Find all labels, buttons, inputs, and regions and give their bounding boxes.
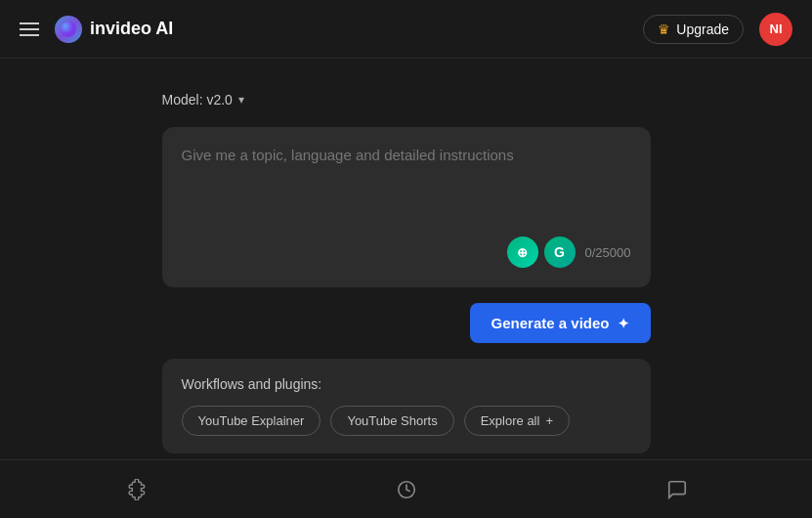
- model-label: Model: v2.0: [162, 92, 233, 108]
- center-panel: Model: v2.0 ▾ ⊕ G 0/25000 Generate a vid…: [162, 88, 651, 453]
- clock-icon: [396, 479, 417, 500]
- generate-label: Generate a video: [491, 315, 610, 331]
- explore-all-pill[interactable]: Explore all +: [464, 406, 570, 436]
- footer-bar: [0, 459, 812, 518]
- char-count: 0/25000: [585, 245, 631, 260]
- plugins-button[interactable]: [116, 470, 155, 509]
- logo-area: invideo AI: [55, 16, 173, 43]
- history-button[interactable]: [387, 470, 426, 509]
- sparkle-icon: ✦: [618, 316, 629, 331]
- upgrade-button[interactable]: ♛ Upgrade: [643, 15, 744, 44]
- header-right: ♛ Upgrade NI: [643, 13, 792, 46]
- prompt-input[interactable]: [182, 147, 631, 225]
- generate-btn-row: Generate a video ✦: [162, 303, 651, 343]
- grammarly-plus-icon: ⊕: [507, 237, 538, 268]
- main-content: Model: v2.0 ▾ ⊕ G 0/25000 Generate a vid…: [0, 59, 812, 459]
- prompt-footer: ⊕ G 0/25000: [182, 237, 631, 268]
- app-title: invideo AI: [90, 19, 173, 39]
- svg-point-0: [61, 22, 76, 37]
- chat-button[interactable]: [658, 470, 697, 509]
- workflows-section: Workflows and plugins: YouTube Explainer…: [162, 359, 651, 453]
- chat-icon: [666, 479, 688, 500]
- youtube-shorts-label: YouTube Shorts: [347, 413, 437, 428]
- grammarly-g-icon: G: [544, 237, 576, 268]
- youtube-explainer-label: YouTube Explainer: [198, 413, 305, 428]
- explore-all-label: Explore all: [481, 413, 540, 428]
- logo-icon: [55, 16, 82, 43]
- model-selector[interactable]: Model: v2.0 ▾: [162, 88, 651, 111]
- workflows-title: Workflows and plugins:: [182, 376, 631, 392]
- upgrade-label: Upgrade: [676, 22, 729, 37]
- puzzle-icon: [125, 479, 147, 500]
- avatar[interactable]: NI: [759, 13, 792, 46]
- plus-icon: +: [545, 413, 553, 428]
- crown-icon: ♛: [658, 22, 670, 37]
- generate-video-button[interactable]: Generate a video ✦: [470, 303, 651, 343]
- workflows-pills: YouTube Explainer YouTube Shorts Explore…: [182, 406, 631, 436]
- prompt-box: ⊕ G 0/25000: [162, 127, 651, 287]
- youtube-shorts-pill[interactable]: YouTube Shorts: [330, 406, 453, 436]
- header-left: invideo AI: [20, 16, 173, 43]
- chevron-down-icon: ▾: [238, 93, 244, 107]
- app-header: invideo AI ♛ Upgrade NI: [0, 0, 812, 59]
- prompt-icons: ⊕ G: [507, 237, 576, 268]
- hamburger-menu[interactable]: [20, 22, 39, 36]
- youtube-explainer-pill[interactable]: YouTube Explainer: [182, 406, 321, 436]
